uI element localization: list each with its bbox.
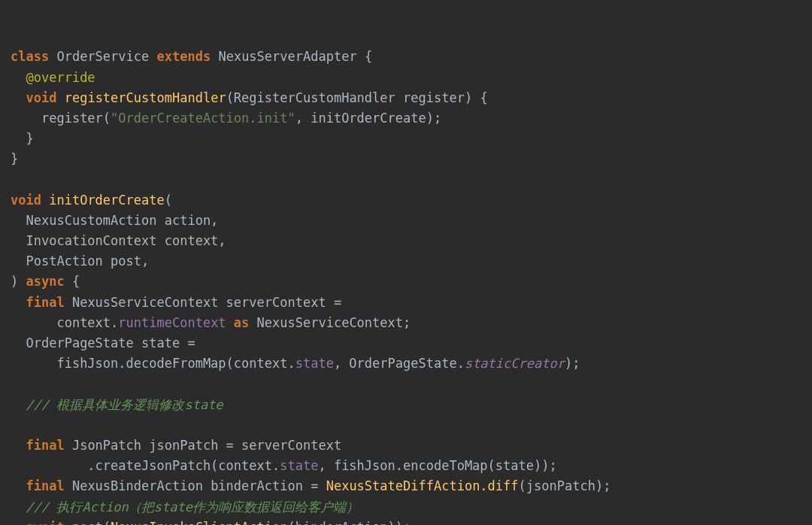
call: register(: [41, 111, 111, 126]
args: , initOrderCreate);: [295, 111, 441, 126]
brace: {: [65, 274, 80, 289]
code-line: PostAction post,: [11, 253, 149, 269]
constructor-call: NexusInvokeClientAction: [111, 520, 287, 525]
code-line: }: [11, 131, 34, 146]
code-line: NexusCustomAction action,: [11, 213, 218, 228]
code-line: InvocationContext context,: [11, 233, 226, 248]
param: NexusCustomAction action,: [26, 213, 218, 228]
class-name: OrderService: [56, 49, 149, 64]
method-name: initOrderCreate: [49, 193, 165, 208]
code-line: void registerCustomHandler(RegisterCusto…: [11, 90, 488, 105]
params: (RegisterCustomHandler register) {: [226, 90, 488, 105]
code-line: final NexusServiceContext serverContext …: [11, 295, 341, 310]
keyword-void: void: [11, 193, 41, 208]
declaration: NexusBinderAction binderAction =: [65, 478, 326, 493]
code-line: .createJsonPatch(context.state, fishJson…: [11, 458, 557, 473]
expr: fishJson.decodeFromMap(context.: [56, 356, 295, 371]
code-line: /// 执行Action（把state作为响应数据返回给客户端）: [11, 499, 359, 514]
comment: /// 根据具体业务逻辑修改state: [26, 397, 223, 412]
param: InvocationContext context,: [26, 233, 226, 248]
expr: , fishJson.encodeToMap(state));: [318, 458, 556, 473]
code-line: await post(NexusInvokeClientAction(binde…: [11, 520, 411, 525]
keyword-void: void: [26, 90, 56, 105]
expr: (jsonPatch);: [519, 478, 611, 493]
keyword-final: final: [26, 438, 64, 453]
string-literal: "OrderCreateAction.init": [111, 111, 295, 126]
expr: );: [565, 356, 580, 371]
paren: ): [11, 274, 26, 289]
keyword-as: as: [226, 315, 257, 330]
code-line: context.runtimeContext as NexusServiceCo…: [11, 315, 411, 330]
static-call: NexusStateDiffAction.diff: [326, 478, 519, 493]
declaration: NexusServiceContext serverContext =: [65, 295, 341, 310]
keyword-await: await: [26, 520, 64, 525]
declaration: OrderPageState state =: [26, 335, 195, 351]
param: PostAction post,: [26, 253, 149, 269]
super-name: NexusServerAdapter: [218, 49, 356, 64]
declaration: JsonPatch jsonPatch = serverContext: [65, 438, 341, 453]
brace: {: [357, 49, 372, 64]
expr: .createJsonPatch(context.: [87, 458, 280, 473]
expr: , OrderPageState.: [334, 356, 465, 371]
type: NexusServiceContext;: [257, 315, 411, 330]
keyword-extends: extends: [157, 49, 211, 64]
property: state: [280, 458, 318, 473]
property: runtimeContext: [118, 315, 226, 330]
code-line: fishJson.decodeFromMap(context.state, Or…: [11, 356, 580, 371]
code-line: final NexusBinderAction binderAction = N…: [11, 478, 611, 493]
code-line: @override: [11, 70, 95, 85]
code-line: /// 根据具体业务逻辑修改state: [11, 397, 223, 412]
comment: /// 执行Action（把state作为响应数据返回给客户端）: [26, 499, 359, 514]
keyword-final: final: [26, 295, 64, 310]
paren: (: [165, 193, 172, 208]
static-property: staticCreator: [465, 356, 565, 371]
keyword-class: class: [11, 49, 49, 64]
brace: }: [11, 151, 18, 166]
keyword-final: final: [26, 478, 64, 493]
code-line: final JsonPatch jsonPatch = serverContex…: [11, 438, 341, 453]
code-line: register("OrderCreateAction.init", initO…: [11, 111, 441, 126]
expr: post(: [65, 520, 111, 525]
expr: (binderAction));: [288, 520, 411, 525]
keyword-async: async: [26, 274, 64, 289]
code-line: void initOrderCreate(: [11, 193, 172, 208]
code-line: OrderPageState state =: [11, 335, 195, 351]
code-block: class OrderService extends NexusServerAd…: [11, 47, 801, 525]
method-name: registerCustomHandler: [65, 90, 226, 105]
code-line: }: [11, 151, 18, 166]
annotation: @override: [26, 70, 95, 85]
brace: }: [26, 131, 33, 146]
property: state: [295, 356, 334, 371]
code-line: class OrderService extends NexusServerAd…: [11, 49, 372, 64]
expr: context.: [56, 315, 118, 330]
code-line: ) async {: [11, 274, 80, 289]
